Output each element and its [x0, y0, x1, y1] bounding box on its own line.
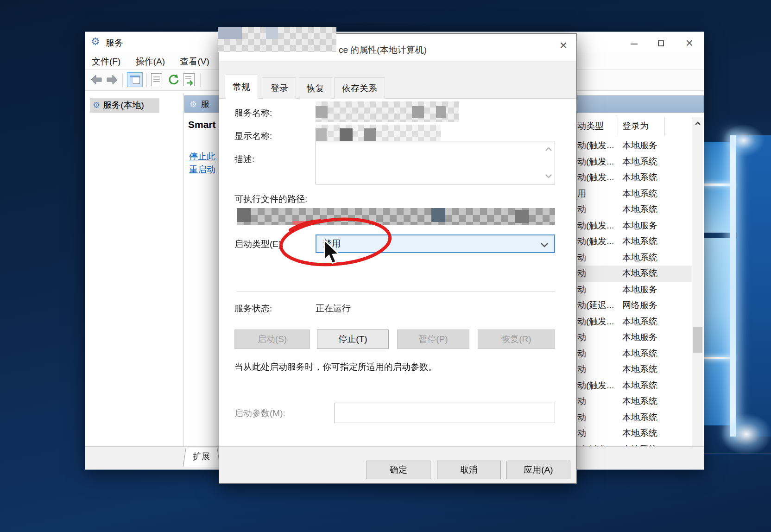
- table-row[interactable]: 动本地系统: [577, 393, 692, 410]
- table-row[interactable]: 动(触发...本地系统: [577, 314, 692, 330]
- minimize-button[interactable]: [623, 37, 645, 51]
- start-params-hint: 当从此处启动服务时，你可指定所适用的启动参数。: [234, 361, 437, 373]
- table-row[interactable]: 动本地系统: [577, 250, 692, 266]
- row-logon-as: 本地系统: [622, 188, 657, 200]
- tree-item-label: 服务(本地): [103, 99, 144, 111]
- row-logon-as: 本地系统: [622, 267, 657, 279]
- textarea-scroll-down-icon[interactable]: [545, 174, 552, 178]
- back-icon[interactable]: [90, 74, 103, 86]
- dialog-title: ce 的属性(本地计算机): [339, 44, 427, 56]
- row-logon-as: 本地服务: [622, 331, 657, 343]
- table-row[interactable]: 用本地系统: [577, 186, 692, 202]
- table-row[interactable]: 动(延迟...网络服务: [577, 298, 692, 314]
- start-params-input[interactable]: [334, 403, 555, 423]
- table-row[interactable]: 动(触发...本地系统: [577, 234, 692, 250]
- row-startup-type: 动: [577, 412, 622, 424]
- table-row[interactable]: 动(触发...本地服务: [577, 218, 692, 234]
- service-status-value: 正在运行: [316, 303, 351, 315]
- table-row[interactable]: 动本地系统: [577, 361, 692, 378]
- service-name-label: 服务名称:: [234, 107, 272, 119]
- dialog-close-icon[interactable]: ×: [554, 37, 573, 55]
- stop-button[interactable]: 停止(T): [317, 329, 389, 349]
- description-textarea[interactable]: [316, 141, 555, 184]
- service-status-label: 服务状态:: [234, 303, 272, 315]
- cancel-button[interactable]: 取消: [437, 461, 501, 479]
- row-logon-as: 网络服务: [622, 299, 657, 311]
- table-row[interactable]: 动(触发...本地系统: [577, 170, 692, 186]
- restart-service-link[interactable]: 重启动: [189, 164, 215, 176]
- tree-item-services-local[interactable]: ⚙ 服务(本地): [90, 98, 159, 113]
- table-row[interactable]: 动本地系统: [577, 202, 692, 218]
- chevron-down-icon: [540, 242, 549, 247]
- desktop: ⚙ 服务 × 文件(F) 操作(A) 查看(V): [0, 0, 771, 532]
- tab-recovery[interactable]: 恢复: [299, 77, 332, 99]
- forward-icon[interactable]: [106, 74, 119, 86]
- row-logon-as: 本地系统: [622, 363, 657, 375]
- table-row[interactable]: 动本地服务: [577, 282, 692, 298]
- row-logon-as: 本地系统: [622, 395, 657, 407]
- pane-header-title-partial: 服: [201, 98, 209, 110]
- mouse-cursor: [323, 239, 346, 267]
- row-startup-type: 动: [577, 348, 622, 360]
- row-startup-type: 动(触发...: [577, 139, 622, 152]
- stop-service-link[interactable]: 停止此: [189, 151, 215, 163]
- wallpaper-window-glow: [704, 135, 771, 437]
- column-separator[interactable]: [618, 117, 618, 136]
- refresh-icon[interactable]: [167, 73, 181, 87]
- tab-strip: 常规 登录 恢复 依存关系: [219, 61, 576, 99]
- dialog-bottom-bar: 确定 取消 应用(A): [219, 446, 576, 483]
- table-row[interactable]: 动本地服务: [577, 329, 692, 346]
- pane-header-gear-icon: ⚙: [190, 99, 197, 109]
- export-list-icon[interactable]: [183, 73, 195, 86]
- properties-icon[interactable]: [151, 73, 162, 86]
- row-logon-as: 本地系统: [622, 348, 657, 360]
- row-logon-as: 本地服务: [622, 220, 657, 232]
- services-node-icon: ⚙: [93, 100, 100, 110]
- table-row[interactable]: 动(触发...本地系统: [577, 378, 692, 394]
- tab-general[interactable]: 常规: [225, 75, 258, 99]
- console-tree-toggle-icon[interactable]: [127, 72, 143, 87]
- pause-button[interactable]: 暂停(P): [397, 329, 469, 349]
- menu-file[interactable]: 文件(F): [85, 52, 127, 68]
- row-logon-as: 本地系统: [622, 235, 657, 247]
- tab-dependencies[interactable]: 依存关系: [334, 77, 385, 99]
- column-header-startup-type[interactable]: 动类型: [577, 120, 604, 132]
- column-header-logon-as[interactable]: 登录为: [622, 120, 649, 132]
- scroll-up-icon[interactable]: [692, 117, 703, 129]
- censored-service-name: [316, 101, 459, 122]
- row-startup-type: 动(触发...: [577, 316, 622, 328]
- row-startup-type: 动(触发...: [577, 380, 622, 392]
- table-row[interactable]: 动本地系统: [577, 410, 692, 426]
- tab-logon[interactable]: 登录: [263, 77, 296, 99]
- row-logon-as: 本地系统: [622, 380, 657, 392]
- selected-service-name-partial: Smart: [188, 119, 216, 130]
- column-separator[interactable]: [664, 117, 665, 136]
- maximize-button[interactable]: [650, 37, 671, 51]
- menu-action[interactable]: 操作(A): [129, 52, 171, 68]
- table-row[interactable]: 动本地系统: [577, 425, 692, 442]
- exe-path-label: 可执行文件的路径:: [234, 193, 307, 205]
- table-row[interactable]: 动(触发...本地服务: [577, 138, 692, 154]
- row-logon-as: 本地系统: [622, 252, 657, 264]
- start-button[interactable]: 启动(S): [234, 329, 310, 349]
- resume-button[interactable]: 恢复(R): [478, 329, 555, 349]
- row-startup-type: 动: [577, 395, 622, 407]
- apply-button[interactable]: 应用(A): [506, 461, 570, 479]
- window-close-button[interactable]: ×: [679, 37, 700, 51]
- table-row[interactable]: 动(触发...本地系统: [577, 154, 692, 170]
- row-startup-type: 动: [577, 427, 622, 439]
- ok-button[interactable]: 确定: [367, 461, 430, 479]
- tab-extended[interactable]: 扩展: [183, 448, 221, 467]
- textarea-scroll-up-icon[interactable]: [545, 147, 552, 152]
- table-row[interactable]: 动本地系统: [577, 346, 692, 362]
- description-label: 描述:: [234, 153, 254, 165]
- list-scrollbar[interactable]: [692, 117, 703, 454]
- scrollbar-thumb[interactable]: [693, 327, 702, 353]
- table-row[interactable]: 动本地系统: [577, 266, 692, 282]
- row-startup-type: 动: [577, 363, 622, 375]
- menu-view[interactable]: 查看(V): [174, 52, 216, 68]
- row-startup-type: 用: [577, 188, 622, 200]
- row-logon-as: 本地系统: [622, 316, 657, 328]
- separator: [237, 291, 555, 291]
- row-startup-type: 动(触发...: [577, 156, 622, 168]
